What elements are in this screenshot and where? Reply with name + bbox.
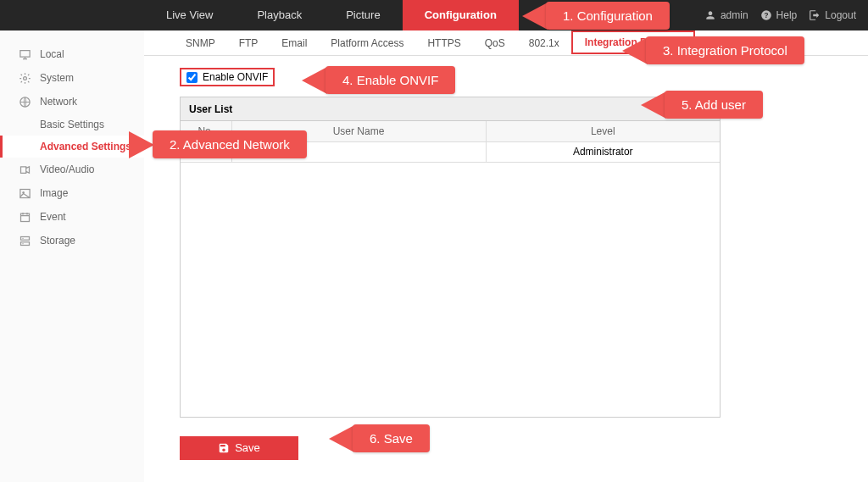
svg-point-9 [22, 237, 23, 238]
user-list-header: User List Add [181, 97, 720, 121]
save-button[interactable]: Save [180, 436, 298, 460]
gear-icon [19, 72, 31, 85]
logout-button[interactable]: Logout [809, 9, 856, 21]
sidebar-item-label: Network [40, 96, 77, 108]
callout-arrow-5 [641, 91, 666, 119]
enable-onvif-row: Enable ONVIF [180, 68, 275, 86]
callout-arrow-1 [522, 3, 548, 30]
callout-3: 3. Integration Protocol [646, 36, 804, 64]
sidebar-sub-advanced-settings[interactable]: Advanced Settings [0, 136, 144, 158]
sidebar-item-storage[interactable]: Storage [0, 229, 144, 252]
nav-configuration[interactable]: Configuration [403, 0, 519, 30]
sidebar-item-label: Storage [40, 235, 75, 247]
callout-1: 1. Configuration [546, 2, 670, 30]
sidebar-item-label: System [40, 72, 74, 84]
user-icon [704, 9, 716, 21]
callout-arrow-6 [329, 425, 354, 452]
svg-point-2 [24, 76, 27, 80]
top-nav: Live View Playback Picture Configuration [144, 0, 519, 30]
help-icon: ? [760, 9, 772, 21]
monitor-icon [19, 48, 31, 61]
callout-arrow-3 [622, 37, 648, 64]
user-menu[interactable]: admin [704, 9, 748, 21]
cell-level: Administrator [486, 141, 720, 162]
svg-rect-6 [21, 213, 30, 221]
save-label: Save [235, 441, 260, 454]
storage-icon [19, 235, 31, 247]
col-level: Level [486, 121, 720, 141]
tab-8021x[interactable]: 802.1x [517, 30, 571, 56]
nav-playback[interactable]: Playback [235, 0, 324, 30]
nav-picture[interactable]: Picture [324, 0, 402, 30]
tab-email[interactable]: Email [270, 30, 319, 56]
sidebar-item-video-audio[interactable]: Video/Audio [0, 158, 144, 181]
help-button[interactable]: ? Help [760, 9, 798, 21]
callout-arrow-2 [129, 131, 154, 158]
tab-platform-access[interactable]: Platform Access [319, 30, 415, 56]
save-icon [218, 442, 230, 454]
enable-onvif-label: Enable ONVIF [203, 71, 268, 83]
callout-2: 2. Advanced Network [153, 130, 307, 158]
user-list-title: User List [189, 103, 232, 115]
sidebar-item-label: Event [40, 211, 66, 223]
callout-4: 4. Enable ONVIF [326, 66, 455, 94]
sidebar-item-system[interactable]: System [0, 66, 144, 90]
help-label: Help [776, 9, 798, 21]
sidebar-item-label: Local [40, 48, 64, 60]
logout-icon [809, 9, 821, 21]
sidebar-item-event[interactable]: Event [0, 205, 144, 229]
tab-https[interactable]: HTTPS [415, 30, 472, 56]
sidebar-sub-basic-settings[interactable]: Basic Settings [0, 114, 144, 136]
tab-ftp[interactable]: FTP [227, 30, 270, 56]
svg-point-10 [22, 243, 23, 244]
sidebar-item-label: Image [40, 187, 68, 199]
topbar: Live View Playback Picture Configuration… [0, 0, 868, 30]
sidebar-item-image[interactable]: Image [0, 181, 144, 205]
av-icon [19, 163, 31, 176]
user-list-empty-area [181, 163, 720, 417]
logout-label: Logout [825, 9, 856, 21]
calendar-icon [19, 211, 31, 224]
callout-arrow-4 [302, 67, 327, 94]
sidebar: Local System Network Basic Settings Adva… [0, 30, 144, 482]
main-content: Enable ONVIF User List Add No. User Name… [144, 56, 868, 482]
sidebar-item-label: Video/Audio [40, 163, 95, 175]
callout-6: 6. Save [353, 424, 430, 452]
tab-snmp[interactable]: SNMP [174, 30, 227, 56]
globe-icon [19, 96, 31, 108]
svg-text:?: ? [764, 12, 768, 19]
svg-rect-8 [21, 241, 30, 245]
enable-onvif-checkbox[interactable] [186, 72, 198, 83]
sidebar-item-network[interactable]: Network [0, 90, 144, 114]
topbar-right: admin ? Help Logout [704, 9, 856, 21]
user-name: admin [721, 9, 748, 21]
sidebar-item-local[interactable]: Local [0, 42, 144, 66]
nav-live-view[interactable]: Live View [144, 0, 235, 30]
image-icon [19, 187, 31, 200]
tab-qos[interactable]: QoS [473, 30, 517, 56]
svg-rect-7 [21, 236, 30, 240]
callout-5: 5. Add user [665, 91, 763, 119]
